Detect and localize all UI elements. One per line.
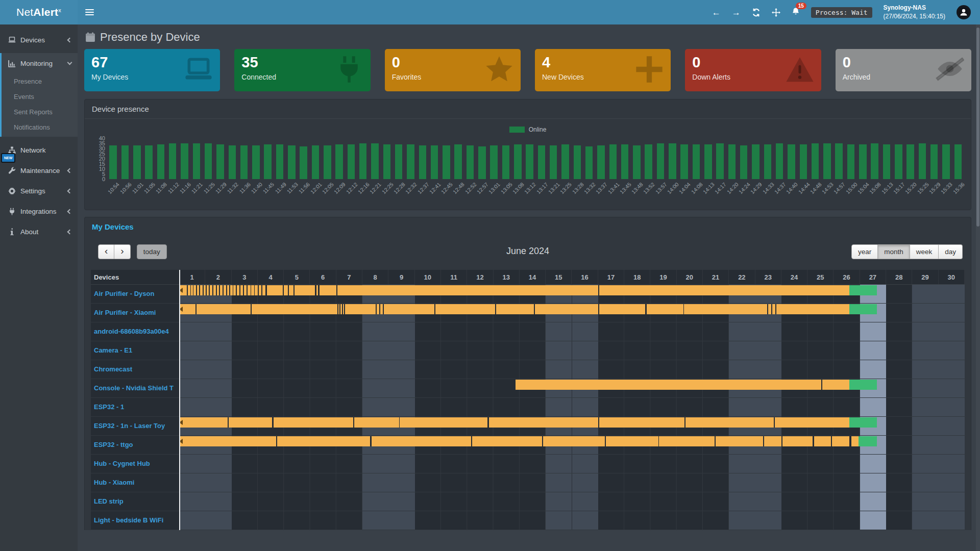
presence-bar[interactable] (288, 145, 295, 179)
presence-bar-past[interactable] (179, 436, 859, 446)
sidebar-item-settings[interactable]: Settings (0, 181, 78, 201)
presence-bar-online-now[interactable] (849, 304, 877, 314)
presence-bar[interactable] (490, 145, 497, 179)
presence-bar[interactable] (693, 144, 700, 179)
calendar-view-week-button[interactable]: week (910, 244, 939, 259)
presence-bar[interactable] (109, 145, 116, 179)
presence-bar[interactable] (169, 143, 176, 179)
presence-bar[interactable] (264, 144, 271, 179)
presence-bar[interactable] (930, 144, 938, 179)
presence-bar[interactable] (609, 144, 617, 179)
stat-card-favorites[interactable]: 0 Favorites (385, 49, 521, 91)
device-name-link[interactable]: Hub - Xiaomi (91, 473, 179, 492)
presence-bar[interactable] (895, 144, 902, 179)
presence-bar[interactable] (383, 144, 390, 179)
presence-bar[interactable] (324, 145, 331, 179)
presence-bar[interactable] (395, 144, 402, 179)
presence-bar[interactable] (597, 145, 604, 179)
presence-bar[interactable] (193, 143, 200, 179)
nav-forward-button[interactable]: → (732, 8, 741, 17)
presence-bar[interactable] (812, 143, 819, 179)
presence-bar[interactable] (883, 144, 890, 179)
presence-bar[interactable] (800, 144, 807, 179)
sidebar-item-monitoring[interactable]: Monitoring (2, 53, 78, 73)
sidebar-subitem-presence[interactable]: Presence (2, 73, 78, 89)
presence-bar[interactable] (621, 144, 628, 179)
stat-card-new-devices[interactable]: 4 New Devices (535, 49, 671, 91)
device-name-link[interactable]: Air Purifier - Xiaomi (91, 304, 179, 322)
presence-bar[interactable] (645, 144, 652, 179)
presence-bar[interactable] (240, 145, 248, 179)
presence-bar[interactable] (942, 144, 949, 179)
presence-bar[interactable] (407, 144, 414, 179)
presence-bar-past[interactable] (516, 380, 849, 390)
presence-bar[interactable] (205, 143, 212, 179)
presence-bar[interactable] (680, 144, 688, 179)
presence-bar[interactable] (764, 144, 771, 179)
presence-bar[interactable] (514, 144, 521, 179)
device-name-link[interactable]: Camera - E1 (91, 341, 179, 360)
presence-bar[interactable] (419, 145, 426, 179)
notifications-bell[interactable]: 15 (792, 7, 800, 18)
sidebar-item-devices[interactable]: Devices (0, 30, 78, 50)
presence-bar[interactable] (133, 145, 140, 179)
presence-bar[interactable] (145, 145, 152, 179)
sidebar-item-maintenance[interactable]: NEW Maintenance (0, 160, 78, 181)
presence-bar[interactable] (467, 145, 474, 179)
presence-bar[interactable] (835, 143, 842, 179)
presence-bar-online-now[interactable] (849, 380, 877, 390)
presence-bar[interactable] (585, 146, 593, 179)
presence-bar[interactable] (359, 143, 366, 179)
presence-bar-past[interactable] (179, 417, 849, 428)
scrollbar-thumb[interactable] (976, 28, 979, 227)
device-name-link[interactable]: Air Purifier - Dyson (91, 285, 179, 303)
calendar-view-day-button[interactable]: day (939, 244, 963, 259)
presence-bar[interactable] (538, 145, 545, 179)
sidebar-toggle-button[interactable] (78, 0, 101, 24)
presence-bar[interactable] (550, 145, 557, 179)
stat-card-down-alerts[interactable]: 0 Down Alerts (685, 49, 821, 91)
move-resize-icon[interactable] (772, 8, 780, 17)
presence-bar[interactable] (300, 146, 307, 179)
presence-bar-online-now[interactable] (859, 436, 877, 446)
presence-bar[interactable] (633, 145, 640, 179)
device-name-link[interactable]: Chromecast (91, 360, 179, 379)
presence-bar-past[interactable] (179, 285, 849, 295)
presence-bar[interactable] (216, 144, 224, 179)
presence-bar[interactable] (181, 143, 188, 179)
device-name-link[interactable]: Console - Nvidia Shield T (91, 379, 179, 397)
app-logo[interactable]: NetAlertx (0, 0, 78, 24)
presence-bar[interactable] (276, 144, 283, 179)
presence-bar[interactable] (478, 146, 485, 179)
presence-bar[interactable] (561, 144, 569, 179)
presence-bar[interactable] (788, 144, 795, 179)
stat-card-my-devices[interactable]: 67 My Devices (84, 49, 220, 91)
calendar-view-year-button[interactable]: year (851, 244, 878, 259)
page-scrollbar[interactable] (976, 24, 980, 551)
presence-bar[interactable] (776, 143, 783, 179)
stat-card-connected[interactable]: 35 Connected (234, 49, 370, 91)
presence-bar[interactable] (704, 144, 712, 179)
device-name-link[interactable]: LED strip (91, 492, 179, 511)
presence-bar[interactable] (454, 144, 461, 179)
presence-bar[interactable] (716, 143, 723, 179)
presence-bar[interactable] (526, 144, 533, 179)
sidebar-subitem-events[interactable]: Events (2, 89, 78, 104)
sidebar-subitem-notifications[interactable]: Notifications (2, 119, 78, 135)
avatar[interactable] (957, 5, 971, 19)
calendar-view-month-button[interactable]: month (878, 244, 910, 259)
device-name-link[interactable]: Light - bedside B WiFi (91, 511, 179, 530)
device-name-link[interactable]: ESP32 - 1n - Laser Toy (91, 417, 179, 435)
sidebar-item-about[interactable]: About (0, 221, 78, 242)
presence-bar-online-now[interactable] (849, 285, 877, 295)
presence-bar[interactable] (502, 145, 509, 179)
refresh-icon[interactable] (752, 8, 761, 17)
presence-bar[interactable] (371, 143, 378, 179)
stat-card-archived[interactable]: 0 Archived (836, 49, 971, 91)
presence-bar-past[interactable] (179, 304, 849, 314)
presence-bar[interactable] (871, 143, 878, 179)
presence-bar[interactable] (121, 145, 129, 179)
presence-bar[interactable] (728, 144, 736, 179)
presence-bar[interactable] (229, 145, 236, 179)
presence-bar[interactable] (348, 144, 355, 179)
